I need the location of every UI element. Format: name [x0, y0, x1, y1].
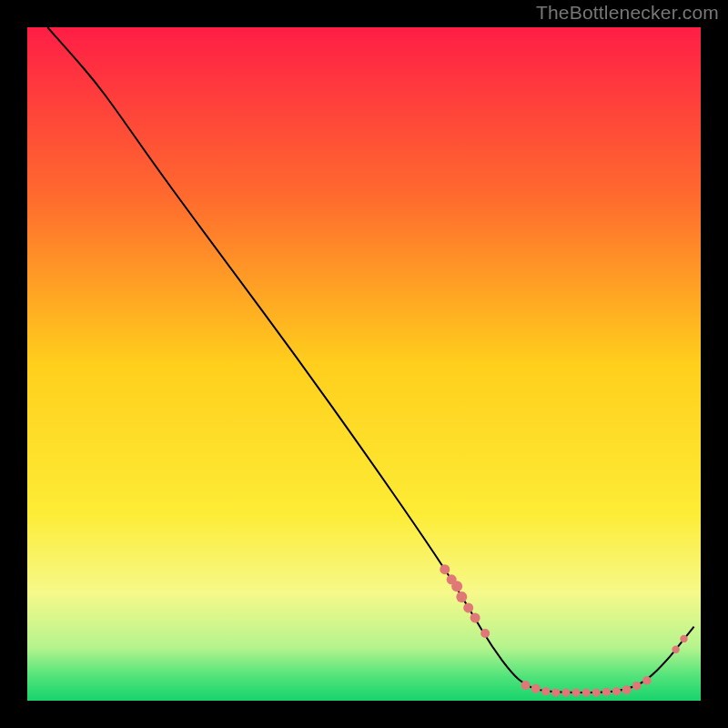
data-point — [480, 629, 490, 638]
data-point — [612, 687, 621, 695]
data-point — [551, 689, 560, 697]
plot-area — [27, 27, 701, 701]
watermark-text: TheBottlenecker.com — [536, 2, 719, 24]
bottleneck-chart-svg — [27, 27, 701, 701]
data-point — [622, 685, 632, 694]
data-point — [680, 635, 687, 642]
data-point — [672, 646, 679, 653]
data-point — [440, 564, 450, 574]
data-point — [470, 612, 480, 622]
data-point — [632, 682, 642, 691]
data-point — [463, 602, 473, 612]
data-point — [531, 684, 541, 693]
data-point — [561, 689, 570, 697]
data-point — [582, 689, 591, 697]
chart-stage: TheBottlenecker.com — [0, 0, 728, 728]
data-point — [642, 676, 652, 685]
data-point — [521, 681, 531, 690]
data-point — [456, 592, 467, 602]
data-point — [541, 687, 550, 695]
data-point — [572, 689, 581, 697]
data-point — [602, 688, 611, 696]
data-point — [451, 581, 462, 592]
data-point — [592, 689, 601, 697]
